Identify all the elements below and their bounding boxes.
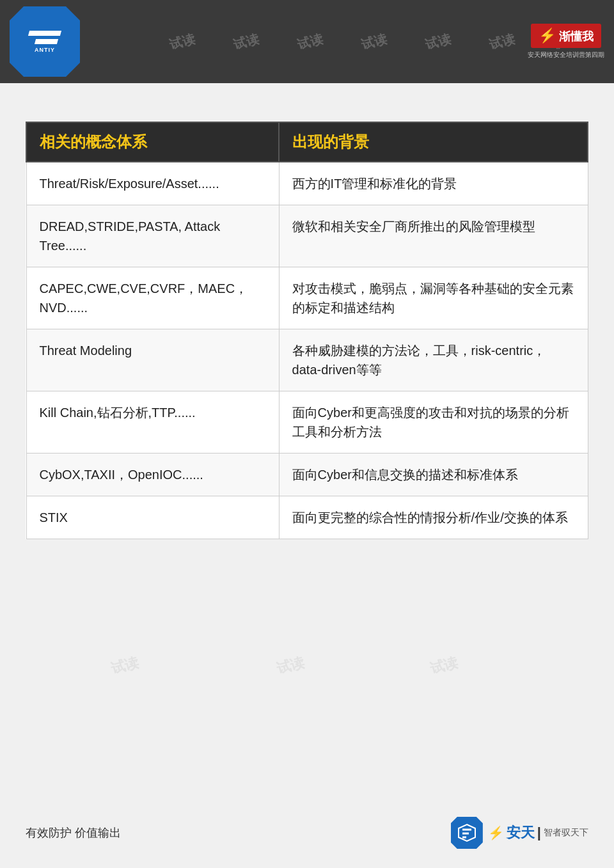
table-row: DREAD,STRIDE,PASTA, Attack Tree......微软和… <box>26 205 588 267</box>
table-cell-col2-0: 西方的IT管理和标准化的背景 <box>279 162 588 205</box>
table-cell-col1-3: Threat Modeling <box>26 329 279 391</box>
footer: 有效防护 价值输出 ⚡ 安天 | 智者驭天下 <box>26 817 588 849</box>
main-content: 相关的概念体系 出现的背景 Threat/Risk/Exposure/Asset… <box>0 83 614 565</box>
watermark-2: 试读 <box>232 30 261 53</box>
header: ANTIY 试读 试读 试读 试读 试读 试读 试读 ⚡ 渐懂我 安天网络安全培… <box>0 0 614 83</box>
logo-line-1 <box>28 31 61 36</box>
table-cell-col2-2: 对攻击模式，脆弱点，漏洞等各种基础的安全元素的标定和描述结构 <box>279 267 588 329</box>
logo: ANTIY <box>10 6 80 77</box>
table-cell-col1-4: Kill Chain,钻石分析,TTP...... <box>26 391 279 454</box>
table-row: Threat/Risk/Exposure/Asset......西方的IT管理和… <box>26 162 588 205</box>
watermark-4: 试读 <box>359 30 389 53</box>
footer-tagline: 有效防护 价值输出 <box>26 825 121 840</box>
brand-divider: | <box>537 825 541 841</box>
footer-logo-icon <box>451 817 483 849</box>
table-cell-col2-6: 面向更完整的综合性的情报分析/作业/交换的体系 <box>279 496 588 539</box>
logo-graphic <box>29 31 61 44</box>
brand-name: 渐懂我 <box>559 30 594 43</box>
header-brand: ⚡ 渐懂我 安天网络安全培训营第四期 <box>528 24 604 59</box>
table-cell-col2-5: 面向Cyber和信息交换的描述和标准体系 <box>279 454 588 496</box>
footer-brand-sub: 智者驭天下 <box>544 827 588 839</box>
table-row: Kill Chain,钻石分析,TTP......面向Cyber和更高强度的攻击… <box>26 391 588 454</box>
table-header-row: 相关的概念体系 出现的背景 <box>26 122 588 162</box>
table-cell-col2-1: 微软和相关安全厂商所推出的风险管理模型 <box>279 205 588 267</box>
table-cell-col1-6: STIX <box>26 496 279 539</box>
table-cell-col1-2: CAPEC,CWE,CVE,CVRF，MAEC，NVD...... <box>26 267 279 329</box>
footer-lightning: ⚡ <box>488 825 504 840</box>
table-cell-col1-1: DREAD,STRIDE,PASTA, Attack Tree...... <box>26 205 279 267</box>
pwm-13: 试读 <box>274 653 306 679</box>
brand-icon: ⚡ <box>539 28 556 43</box>
brand-badge: ⚡ 渐懂我 <box>531 24 601 48</box>
brand-subtitle: 安天网络安全培训营第四期 <box>528 51 604 59</box>
col1-header: 相关的概念体系 <box>26 122 279 162</box>
logo-text: ANTIY <box>35 47 55 53</box>
table-row: CAPEC,CWE,CVE,CVRF，MAEC，NVD......对攻击模式，脆… <box>26 267 588 329</box>
pwm-12: 试读 <box>109 653 141 679</box>
pwm-14: 试读 <box>428 653 460 679</box>
watermark-5: 试读 <box>423 30 453 53</box>
table-cell-col2-4: 面向Cyber和更高强度的攻击和对抗的场景的分析工具和分析方法 <box>279 391 588 454</box>
logo-line-2 <box>35 39 58 44</box>
footer-brand-name: 安天 <box>507 823 535 842</box>
concept-table: 相关的概念体系 出现的背景 Threat/Risk/Exposure/Asset… <box>26 122 588 539</box>
table-row: CybOX,TAXII，OpenIOC......面向Cyber和信息交换的描述… <box>26 454 588 496</box>
table-row: STIX面向更完整的综合性的情报分析/作业/交换的体系 <box>26 496 588 539</box>
table-cell-col1-0: Threat/Risk/Exposure/Asset...... <box>26 162 279 205</box>
watermark-6: 试读 <box>487 30 517 53</box>
watermark-1: 试读 <box>168 30 197 53</box>
footer-brand-block: ⚡ 安天 | 智者驭天下 <box>488 823 588 842</box>
table-cell-col2-3: 各种威胁建模的方法论，工具，risk-centric，data-driven等等 <box>279 329 588 391</box>
col2-header: 出现的背景 <box>279 122 588 162</box>
footer-logo-svg <box>457 823 476 842</box>
footer-logo: ⚡ 安天 | 智者驭天下 <box>451 817 588 849</box>
table-cell-col1-5: CybOX,TAXII，OpenIOC...... <box>26 454 279 496</box>
table-row: Threat Modeling各种威胁建模的方法论，工具，risk-centri… <box>26 329 588 391</box>
watermark-3: 试读 <box>295 30 325 53</box>
